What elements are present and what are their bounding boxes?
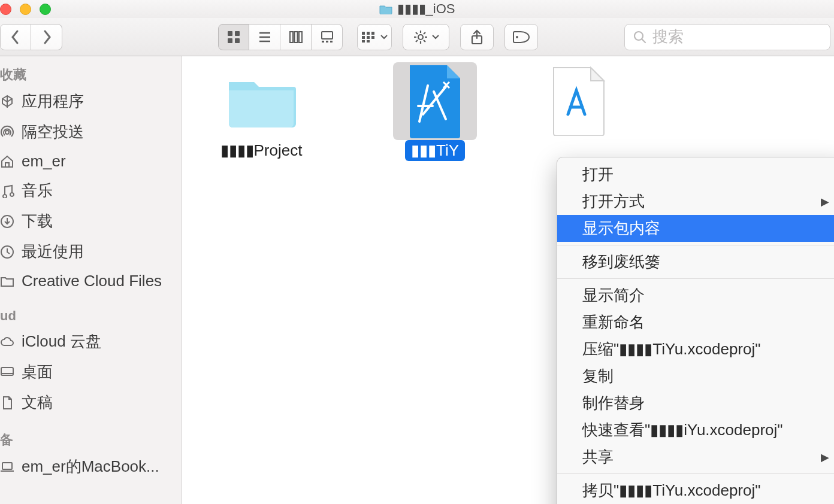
window-controls <box>0 4 51 15</box>
cm-quick-look[interactable]: 快速查看"▮▮▮▮iYu.xcodeproj" <box>557 417 834 444</box>
svg-rect-38 <box>1 368 13 375</box>
cm-separator <box>557 278 834 279</box>
search-icon <box>633 31 646 44</box>
cm-label: 重新命名 <box>582 312 645 333</box>
cm-make-alias[interactable]: 制作替身 <box>557 390 834 417</box>
cm-move-to-trash[interactable]: 移到废纸篓 <box>557 248 834 275</box>
content-area[interactable]: ▮▮▮▮Project ▮▮▮TiY <box>182 56 834 504</box>
sidebar-item-home[interactable]: em_er <box>0 147 182 175</box>
window-title-obscured: ▮▮▮▮ <box>397 1 426 16</box>
cm-label: 打开方式 <box>582 191 645 212</box>
sidebar-item-label: 下载 <box>22 211 53 232</box>
svg-rect-19 <box>367 40 370 42</box>
file-label: ▮▮▮TiY <box>405 140 465 161</box>
sidebar-item-downloads[interactable]: 下载 <box>0 206 182 236</box>
back-button[interactable] <box>0 24 31 50</box>
list-view-button[interactable] <box>249 24 280 50</box>
cm-separator <box>557 473 834 474</box>
xcodeproj-icon <box>406 64 464 138</box>
cm-rename[interactable]: 重新命名 <box>557 309 834 336</box>
cm-label: 快速查看"▮▮▮▮iYu.xcodeproj" <box>582 421 783 439</box>
sidebar-item-music[interactable]: 音乐 <box>0 175 182 206</box>
minimize-window-button[interactable] <box>20 4 31 15</box>
cm-label: 移到废纸篓 <box>582 251 660 272</box>
sidebar-item-recents[interactable]: 最近使用 <box>0 236 182 267</box>
cm-label: 打开 <box>582 164 614 185</box>
chevron-right-icon: ▶ <box>821 195 829 208</box>
action-button[interactable] <box>403 24 449 50</box>
cm-duplicate[interactable]: 复制 <box>557 363 834 390</box>
sidebar-item-creative-cloud[interactable]: Creative Cloud Files <box>0 267 182 295</box>
column-view-button[interactable] <box>280 24 312 50</box>
cm-open-with[interactable]: 打开方式 ▶ <box>557 188 834 215</box>
cm-compress[interactable]: 压缩"▮▮▮▮TiYu.xcodeproj" <box>557 336 834 363</box>
svg-rect-13 <box>330 41 333 42</box>
search-placeholder: 搜索 <box>652 26 684 47</box>
cm-label: 显示简介 <box>582 285 645 306</box>
gallery-view-button[interactable] <box>312 24 343 50</box>
sidebar-item-documents[interactable]: 文稿 <box>0 387 182 418</box>
share-button[interactable] <box>460 24 494 50</box>
window-title-wrap: ▮▮▮▮_iOS <box>0 1 834 17</box>
cloud-icon <box>0 335 14 349</box>
music-icon <box>0 184 14 198</box>
cm-show-package-contents[interactable]: 显示包内容 <box>557 215 834 242</box>
tag-icon <box>512 31 530 43</box>
cm-open[interactable]: 打开 <box>557 161 834 188</box>
sidebar-item-airdrop[interactable]: 隔空投送 <box>0 117 182 147</box>
folder-icon <box>379 4 392 14</box>
svg-rect-8 <box>294 32 297 42</box>
grid-icon <box>226 30 241 44</box>
sidebar-header-icloud: ud <box>0 305 182 326</box>
svg-rect-20 <box>371 32 374 35</box>
svg-rect-3 <box>235 38 240 43</box>
file-icon <box>537 62 621 140</box>
svg-rect-15 <box>362 36 365 39</box>
tags-button[interactable] <box>504 24 538 50</box>
file-item-folder[interactable]: ▮▮▮▮Project <box>213 62 309 161</box>
sidebar-item-icloud-drive[interactable]: iCloud 云盘 <box>0 326 182 357</box>
sidebar-item-macbook[interactable]: em_er的MacBook... <box>0 451 182 482</box>
app-icon <box>0 95 14 109</box>
workspace-icon <box>550 66 608 136</box>
home-icon <box>0 154 14 169</box>
svg-rect-10 <box>322 32 333 39</box>
list-icon <box>258 30 272 44</box>
svg-point-32 <box>516 36 518 38</box>
zoom-window-button[interactable] <box>40 4 51 15</box>
svg-rect-2 <box>228 38 232 43</box>
sidebar-item-desktop[interactable]: 桌面 <box>0 357 182 387</box>
cm-share[interactable]: 共享 ▶ <box>557 444 834 470</box>
cm-get-info[interactable]: 显示简介 <box>557 282 834 309</box>
forward-button[interactable] <box>31 24 62 50</box>
sidebar-header-devices: 备 <box>0 427 182 451</box>
view-mode-group <box>218 24 343 50</box>
sidebar-item-label: em_er的MacBook... <box>22 456 159 477</box>
file-item-workspace[interactable] <box>531 62 627 161</box>
icon-view-button[interactable] <box>218 24 249 50</box>
chevron-left-icon <box>10 29 21 45</box>
cm-label: 压缩"▮▮▮▮TiYu.xcodeproj" <box>582 340 760 358</box>
desktop-icon <box>0 365 14 379</box>
document-icon <box>0 396 14 410</box>
arrange-button[interactable] <box>357 24 392 50</box>
cm-label: 显示包内容 <box>582 218 660 239</box>
columns-icon <box>289 30 303 44</box>
svg-rect-40 <box>2 463 12 469</box>
window-title: ▮▮▮▮_iOS <box>397 1 455 17</box>
cm-label: 拷贝"▮▮▮▮TiYu.xcodeproj" <box>582 481 760 499</box>
file-label: ▮▮▮▮Project <box>214 140 309 161</box>
files-row: ▮▮▮▮Project ▮▮▮TiY <box>189 62 827 161</box>
sidebar-item-applications[interactable]: 应用程序 <box>0 86 182 117</box>
close-window-button[interactable] <box>0 4 11 15</box>
chevron-right-icon: ▶ <box>821 451 829 464</box>
sidebar-item-label: em_er <box>22 152 66 171</box>
svg-rect-14 <box>362 32 365 35</box>
search-field[interactable]: 搜索 <box>624 24 830 50</box>
sidebar-item-label: 应用程序 <box>22 91 84 112</box>
sidebar-item-label: 桌面 <box>22 362 53 382</box>
laptop-icon <box>0 460 14 474</box>
cm-copy[interactable]: 拷贝"▮▮▮▮TiYu.xcodeproj" <box>557 477 834 504</box>
context-menu: 打开 打开方式 ▶ 显示包内容 移到废纸篓 显示简介 重新命名 压缩"▮▮▮▮T… <box>557 157 834 504</box>
file-item-xcodeproj[interactable]: ▮▮▮TiY <box>387 62 483 161</box>
